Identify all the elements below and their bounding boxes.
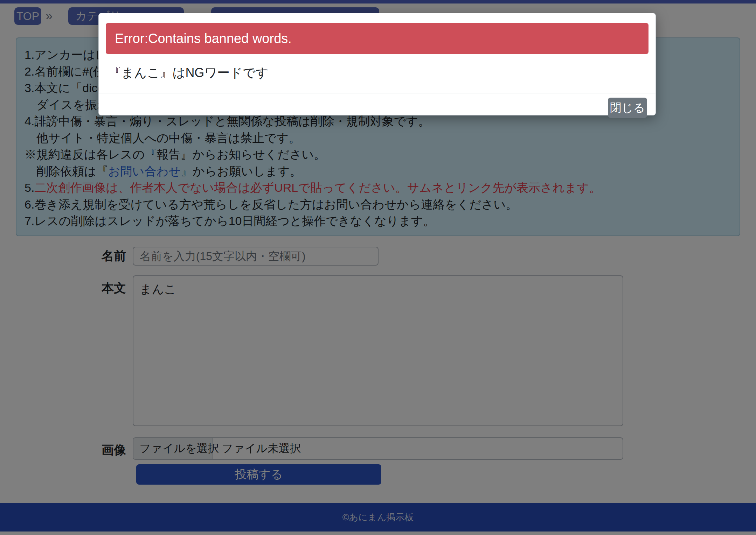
modal-footer: 閉じる [99, 93, 656, 118]
error-banner-text: Error:Contains banned words. [115, 31, 292, 46]
ng-word-message: 『まんこ』はNGワードです [99, 64, 656, 82]
error-modal: Error:Contains banned words. 『まんこ』はNGワード… [98, 13, 656, 115]
close-modal-button[interactable]: 閉じる [608, 98, 647, 118]
error-banner: Error:Contains banned words. [106, 23, 649, 54]
